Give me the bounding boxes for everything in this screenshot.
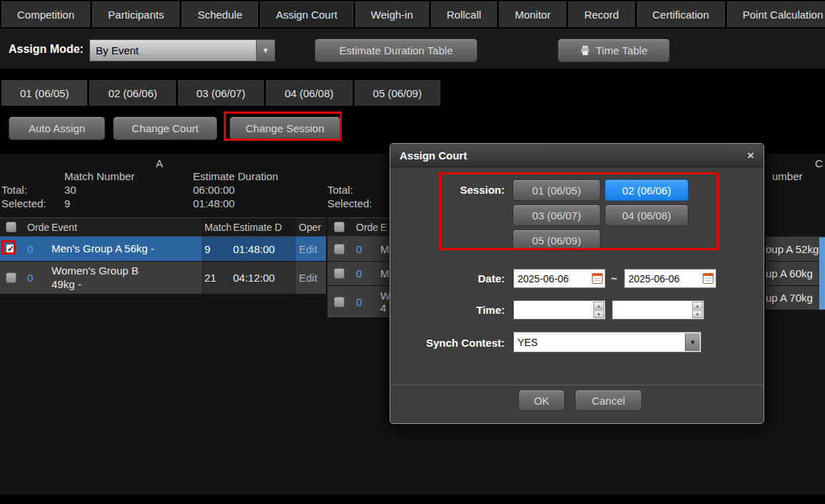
date-to-input[interactable]: 2025-06-06 — [624, 269, 716, 288]
estimate-cell: 04:12:00 — [230, 262, 296, 294]
session-option-05[interactable]: 05 (06/09) — [513, 229, 601, 251]
synch-contest-label: Synch Contest: — [405, 332, 505, 353]
table-row[interactable]: up A 60kg — [766, 262, 825, 286]
printer-icon — [580, 45, 591, 56]
session-tab-04[interactable]: 04 (06/08) — [266, 80, 352, 106]
check-icon: ✓ — [7, 244, 14, 254]
time-spinner: ▲ ▼ — [593, 302, 604, 318]
estimate-duration-table-label: Estimate Duration Table — [340, 44, 453, 56]
dialog-titlebar[interactable]: Assign Court × — [390, 144, 764, 167]
tab-weigh-in[interactable]: Weigh-in — [355, 1, 429, 27]
cancel-button[interactable]: Cancel — [575, 390, 642, 411]
total-duration: 06:00:00 — [193, 184, 234, 196]
selected-matches: 9 — [64, 197, 70, 209]
select-all-checkbox[interactable] — [0, 218, 21, 236]
match-cell: 9 — [202, 237, 230, 261]
tab-rollcall[interactable]: Rollcall — [431, 1, 497, 27]
session-tab-02[interactable]: 02 (06/06) — [89, 80, 175, 106]
session-option-04[interactable]: 04 (06/08) — [605, 204, 688, 226]
ok-button[interactable]: OK — [518, 390, 565, 411]
court-c-table: oup A 52kg up A 60kg up A 70kg — [766, 237, 825, 310]
session-tab-01[interactable]: 01 (06/05) — [1, 80, 87, 106]
edit-link[interactable]: Edit — [299, 243, 317, 255]
session-option-01[interactable]: 01 (06/05) — [513, 179, 601, 201]
time-from-input[interactable]: ▲ ▼ — [513, 300, 606, 320]
order-cell: 0 — [350, 237, 376, 261]
session-tab-05[interactable]: 05 (06/09) — [355, 80, 440, 106]
session-option-02[interactable]: 02 (06/06) — [605, 179, 688, 201]
tab-assign-court[interactable]: Assign Court — [260, 1, 353, 27]
tab-monitor[interactable]: Monitor — [499, 1, 566, 27]
synch-contest-select[interactable]: YES ▼ — [513, 332, 701, 352]
time-spinner: ▲ ▼ — [692, 302, 703, 318]
assign-mode-value: By Event — [90, 40, 256, 61]
table-row[interactable]: oup A 52kg — [766, 237, 825, 262]
court-c-partial-header: umber — [772, 170, 803, 182]
date-label: Date: — [405, 269, 505, 288]
tab-schedule[interactable]: Schedule — [182, 1, 258, 27]
session-label: Session: — [405, 179, 505, 201]
session-option-03[interactable]: 03 (06/07) — [513, 204, 601, 226]
change-session-button[interactable]: Change Session — [229, 117, 340, 140]
select-all-checkbox[interactable] — [327, 218, 350, 236]
total-label: Total: — [1, 184, 27, 196]
court-b-total-label: Total: — [327, 184, 353, 196]
row-checkbox[interactable] — [334, 244, 345, 255]
calendar-icon[interactable] — [592, 273, 603, 284]
table-row[interactable]: ✓ 0 Men's Group A 56kg - 9 01:48:00 Edit — [0, 237, 326, 262]
tab-competition[interactable]: Competition — [1, 1, 90, 27]
order-cell: 0 — [350, 262, 376, 285]
checkbox-icon — [334, 222, 345, 232]
estimate-duration-table-button[interactable]: Estimate Duration Table — [315, 39, 478, 62]
row-checkbox[interactable] — [6, 272, 16, 283]
total-matches: 30 — [64, 184, 76, 196]
court-a-header-row: Orde Event Match Estimate D Oper — [0, 217, 326, 237]
arrow-up-icon[interactable]: ▲ — [692, 302, 703, 310]
order-cell: 0 — [21, 262, 47, 294]
date-from-input[interactable]: 2025-06-06 — [513, 269, 606, 288]
estimate-duration-header: Estimate Duration — [193, 170, 278, 182]
checkbox-icon — [6, 222, 16, 232]
row-checkbox[interactable] — [334, 268, 345, 279]
change-court-button[interactable]: Change Court — [113, 117, 217, 140]
date-range-separator: ~ — [608, 269, 620, 288]
chevron-down-icon: ▼ — [685, 333, 700, 351]
order-cell: 0 — [21, 237, 47, 261]
row-checkbox[interactable] — [334, 297, 345, 307]
session-tab-03[interactable]: 03 (06/07) — [178, 80, 264, 106]
close-icon[interactable]: × — [747, 149, 754, 162]
court-a-table: Orde Event Match Estimate D Oper ✓ 0 Men… — [0, 217, 326, 295]
tab-participants[interactable]: Participants — [92, 1, 179, 27]
match-cell: 21 — [202, 262, 230, 294]
order-cell: 0 — [350, 286, 376, 317]
table-row[interactable]: up A 70kg — [766, 286, 825, 310]
time-table-button[interactable]: Time Table — [558, 39, 670, 62]
arrow-down-icon[interactable]: ▼ — [593, 310, 604, 318]
assign-mode-label: Assign Mode: — [9, 43, 84, 56]
dialog-title: Assign Court — [400, 149, 747, 162]
column-order: Orde — [350, 218, 376, 236]
time-to-input[interactable]: ▲ ▼ — [612, 300, 704, 320]
tab-certification[interactable]: Certification — [637, 1, 725, 27]
court-c-label: C — [815, 157, 823, 169]
auto-assign-button[interactable]: Auto Assign — [9, 117, 105, 140]
court-b-selected-label: Selected: — [327, 197, 372, 209]
edit-link[interactable]: Edit — [299, 272, 317, 284]
match-number-header: Match Number — [64, 170, 134, 182]
time-table-label: Time Table — [596, 44, 648, 56]
assign-court-screen: Competition Participants Schedule Assign… — [0, 0, 825, 504]
assign-mode-select[interactable]: By Event ▼ — [89, 39, 275, 61]
chevron-down-icon: ▼ — [256, 40, 275, 61]
estimate-cell: 01:48:00 — [230, 237, 296, 261]
row-checkbox[interactable]: ✓ — [6, 244, 16, 255]
tab-point-calculation[interactable]: Point Calculation — [727, 1, 825, 27]
column-match: Match — [202, 218, 230, 236]
table-row[interactable]: 0 Women's Group B 49kg - 21 04:12:00 Edi… — [0, 262, 326, 295]
synch-contest-value: YES — [514, 337, 701, 348]
date-to-value: 2025-06-06 — [625, 273, 703, 285]
event-cell: Women's Group B 49kg - — [47, 262, 202, 294]
calendar-icon[interactable] — [703, 273, 713, 284]
arrow-down-icon[interactable]: ▼ — [692, 310, 703, 318]
arrow-up-icon[interactable]: ▲ — [593, 302, 604, 310]
tab-record[interactable]: Record — [568, 1, 634, 27]
